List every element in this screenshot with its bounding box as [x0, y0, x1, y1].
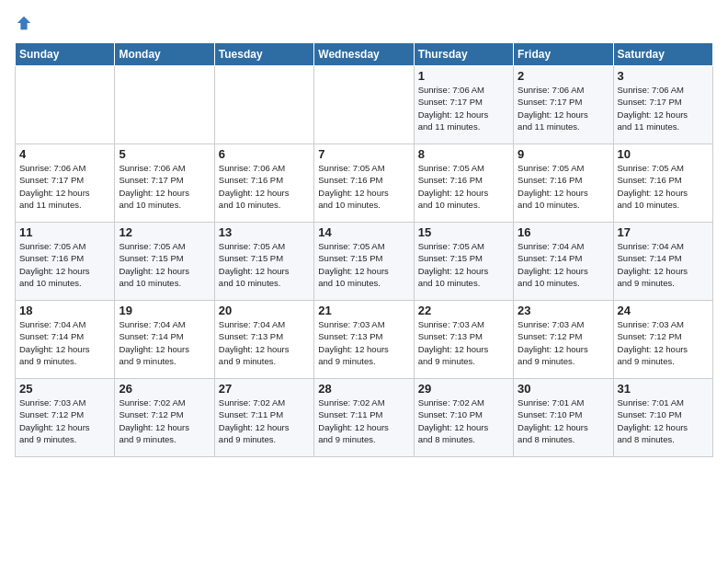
day-info: Sunrise: 7:06 AM Sunset: 7:17 PM Dayligh…	[418, 84, 509, 132]
day-number: 14	[318, 225, 409, 239]
calendar-cell: 27Sunrise: 7:02 AM Sunset: 7:11 PM Dayli…	[214, 379, 313, 457]
page-container: SundayMondayTuesdayWednesdayThursdayFrid…	[0, 0, 728, 465]
calendar-cell: 24Sunrise: 7:03 AM Sunset: 7:12 PM Dayli…	[613, 301, 712, 379]
calendar-week-row: 18Sunrise: 7:04 AM Sunset: 7:14 PM Dayli…	[16, 301, 713, 379]
weekday-header: Tuesday	[214, 43, 313, 66]
day-info: Sunrise: 7:05 AM Sunset: 7:15 PM Dayligh…	[119, 240, 210, 289]
day-info: Sunrise: 7:05 AM Sunset: 7:15 PM Dayligh…	[418, 240, 509, 289]
day-info: Sunrise: 7:05 AM Sunset: 7:15 PM Dayligh…	[219, 240, 310, 289]
calendar-cell: 7Sunrise: 7:05 AM Sunset: 7:16 PM Daylig…	[314, 144, 414, 223]
day-info: Sunrise: 7:03 AM Sunset: 7:12 PM Dayligh…	[518, 318, 609, 367]
day-info: Sunrise: 7:05 AM Sunset: 7:16 PM Dayligh…	[19, 240, 110, 289]
calendar-cell: 5Sunrise: 7:06 AM Sunset: 7:17 PM Daylig…	[115, 144, 214, 223]
calendar-cell: 28Sunrise: 7:02 AM Sunset: 7:11 PM Dayli…	[314, 379, 414, 457]
day-number: 11	[19, 225, 110, 239]
day-number: 19	[119, 304, 210, 317]
calendar-cell: 1Sunrise: 7:06 AM Sunset: 7:17 PM Daylig…	[414, 66, 513, 144]
day-info: Sunrise: 7:03 AM Sunset: 7:13 PM Dayligh…	[418, 318, 509, 367]
day-info: Sunrise: 7:03 AM Sunset: 7:13 PM Dayligh…	[318, 318, 409, 367]
day-number: 23	[518, 304, 609, 317]
day-number: 17	[618, 225, 709, 239]
day-info: Sunrise: 7:05 AM Sunset: 7:16 PM Dayligh…	[618, 162, 709, 211]
day-number: 26	[119, 382, 210, 396]
day-info: Sunrise: 7:06 AM Sunset: 7:17 PM Dayligh…	[119, 162, 210, 211]
day-info: Sunrise: 7:06 AM Sunset: 7:17 PM Dayligh…	[19, 162, 110, 211]
day-info: Sunrise: 7:03 AM Sunset: 7:12 PM Dayligh…	[19, 396, 110, 445]
calendar-cell: 18Sunrise: 7:04 AM Sunset: 7:14 PM Dayli…	[16, 301, 115, 379]
calendar-cell: 29Sunrise: 7:02 AM Sunset: 7:10 PM Dayli…	[414, 379, 513, 457]
day-number: 6	[219, 147, 310, 161]
day-info: Sunrise: 7:06 AM Sunset: 7:16 PM Dayligh…	[219, 162, 310, 211]
calendar-week-row: 11Sunrise: 7:05 AM Sunset: 7:16 PM Dayli…	[16, 223, 713, 301]
day-number: 15	[418, 225, 509, 239]
calendar-cell: 6Sunrise: 7:06 AM Sunset: 7:16 PM Daylig…	[214, 144, 313, 223]
logo-icon	[16, 15, 32, 31]
calendar-cell	[314, 66, 414, 144]
day-info: Sunrise: 7:05 AM Sunset: 7:16 PM Dayligh…	[518, 162, 609, 211]
day-number: 28	[318, 382, 409, 396]
calendar-cell: 30Sunrise: 7:01 AM Sunset: 7:10 PM Dayli…	[514, 379, 613, 457]
weekday-header: Monday	[115, 43, 214, 66]
day-info: Sunrise: 7:02 AM Sunset: 7:12 PM Dayligh…	[119, 396, 210, 445]
day-info: Sunrise: 7:04 AM Sunset: 7:14 PM Dayligh…	[518, 240, 609, 289]
day-number: 30	[518, 382, 609, 396]
day-number: 21	[318, 304, 409, 317]
logo-text	[15, 15, 32, 35]
day-info: Sunrise: 7:01 AM Sunset: 7:10 PM Dayligh…	[518, 396, 609, 445]
day-number: 25	[19, 382, 110, 396]
calendar-header-row: SundayMondayTuesdayWednesdayThursdayFrid…	[16, 43, 713, 66]
day-number: 22	[418, 304, 509, 317]
day-number: 13	[219, 225, 310, 239]
day-number: 18	[19, 304, 110, 317]
calendar-week-row: 25Sunrise: 7:03 AM Sunset: 7:12 PM Dayli…	[16, 379, 713, 457]
calendar-cell: 20Sunrise: 7:04 AM Sunset: 7:13 PM Dayli…	[214, 301, 313, 379]
calendar-cell: 21Sunrise: 7:03 AM Sunset: 7:13 PM Dayli…	[314, 301, 414, 379]
day-info: Sunrise: 7:02 AM Sunset: 7:10 PM Dayligh…	[418, 396, 509, 445]
day-number: 16	[518, 225, 609, 239]
calendar-cell: 9Sunrise: 7:05 AM Sunset: 7:16 PM Daylig…	[514, 144, 613, 223]
day-info: Sunrise: 7:02 AM Sunset: 7:11 PM Dayligh…	[318, 396, 409, 445]
day-info: Sunrise: 7:04 AM Sunset: 7:13 PM Dayligh…	[219, 318, 310, 367]
svg-marker-0	[17, 17, 30, 29]
calendar-cell: 2Sunrise: 7:06 AM Sunset: 7:17 PM Daylig…	[514, 66, 613, 144]
calendar-cell: 25Sunrise: 7:03 AM Sunset: 7:12 PM Dayli…	[16, 379, 115, 457]
day-number: 1	[418, 69, 509, 83]
calendar-cell: 11Sunrise: 7:05 AM Sunset: 7:16 PM Dayli…	[16, 223, 115, 301]
calendar-cell: 15Sunrise: 7:05 AM Sunset: 7:15 PM Dayli…	[414, 223, 513, 301]
day-number: 31	[618, 382, 709, 396]
day-number: 5	[119, 147, 210, 161]
day-info: Sunrise: 7:05 AM Sunset: 7:16 PM Dayligh…	[418, 162, 509, 211]
calendar-cell: 16Sunrise: 7:04 AM Sunset: 7:14 PM Dayli…	[514, 223, 613, 301]
day-number: 7	[318, 147, 409, 161]
calendar-cell: 22Sunrise: 7:03 AM Sunset: 7:13 PM Dayli…	[414, 301, 513, 379]
calendar-cell: 13Sunrise: 7:05 AM Sunset: 7:15 PM Dayli…	[214, 223, 313, 301]
weekday-header: Saturday	[613, 43, 712, 66]
weekday-header: Thursday	[414, 43, 513, 66]
day-number: 4	[19, 147, 110, 161]
calendar-cell: 10Sunrise: 7:05 AM Sunset: 7:16 PM Dayli…	[613, 144, 712, 223]
day-info: Sunrise: 7:05 AM Sunset: 7:16 PM Dayligh…	[318, 162, 409, 211]
day-info: Sunrise: 7:02 AM Sunset: 7:11 PM Dayligh…	[219, 396, 310, 445]
weekday-header: Wednesday	[314, 43, 414, 66]
day-info: Sunrise: 7:04 AM Sunset: 7:14 PM Dayligh…	[19, 318, 110, 367]
calendar-week-row: 4Sunrise: 7:06 AM Sunset: 7:17 PM Daylig…	[16, 144, 713, 223]
logo	[15, 15, 32, 35]
day-number: 9	[518, 147, 609, 161]
day-number: 2	[518, 69, 609, 83]
calendar-cell: 4Sunrise: 7:06 AM Sunset: 7:17 PM Daylig…	[16, 144, 115, 223]
day-info: Sunrise: 7:03 AM Sunset: 7:12 PM Dayligh…	[618, 318, 709, 367]
calendar-cell: 14Sunrise: 7:05 AM Sunset: 7:15 PM Dayli…	[314, 223, 414, 301]
calendar-table: SundayMondayTuesdayWednesdayThursdayFrid…	[15, 42, 713, 457]
day-number: 27	[219, 382, 310, 396]
day-info: Sunrise: 7:04 AM Sunset: 7:14 PM Dayligh…	[119, 318, 210, 367]
calendar-cell: 3Sunrise: 7:06 AM Sunset: 7:17 PM Daylig…	[613, 66, 712, 144]
day-number: 20	[219, 304, 310, 317]
day-info: Sunrise: 7:06 AM Sunset: 7:17 PM Dayligh…	[618, 84, 709, 132]
day-number: 10	[618, 147, 709, 161]
calendar-cell: 17Sunrise: 7:04 AM Sunset: 7:14 PM Dayli…	[613, 223, 712, 301]
calendar-cell: 31Sunrise: 7:01 AM Sunset: 7:10 PM Dayli…	[613, 379, 712, 457]
calendar-week-row: 1Sunrise: 7:06 AM Sunset: 7:17 PM Daylig…	[16, 66, 713, 144]
calendar-cell: 26Sunrise: 7:02 AM Sunset: 7:12 PM Dayli…	[115, 379, 214, 457]
weekday-header: Friday	[514, 43, 613, 66]
day-number: 12	[119, 225, 210, 239]
